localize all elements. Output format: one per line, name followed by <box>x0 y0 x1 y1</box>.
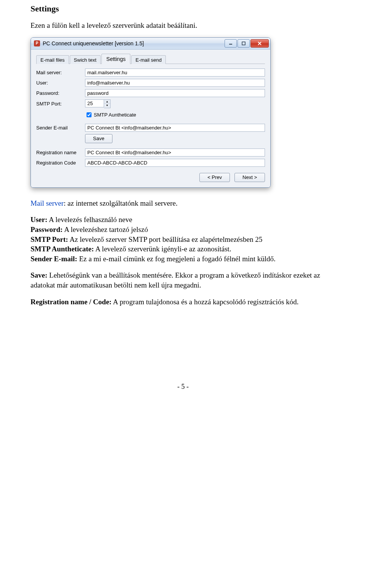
tab-swich-text[interactable]: Swich text <box>70 55 101 64</box>
label-mail-server: Mail server: <box>36 70 85 75</box>
term-mailserver: Mail server <box>30 199 64 207</box>
reg-name-input[interactable] <box>85 149 265 157</box>
user-input[interactable] <box>85 79 265 87</box>
smtp-port-up-button[interactable]: ▲ <box>104 100 110 104</box>
close-button[interactable] <box>250 39 269 48</box>
label-user: User: <box>36 80 85 86</box>
mail-server-input[interactable] <box>85 69 265 77</box>
label-smtp-auth: SMTP Auntheticate <box>94 112 136 118</box>
next-button[interactable]: Next > <box>234 173 265 182</box>
paragraph-save: Save: Lehetőségünk van a beállítások men… <box>30 270 336 290</box>
paragraph-reg: Registration name / Code: A program tula… <box>30 297 336 307</box>
smtp-port-down-button[interactable]: ▼ <box>104 104 110 107</box>
window-title: PC Connect uniquenewsletter [version 1.5… <box>43 40 225 46</box>
section-heading: Settings <box>30 4 336 14</box>
sender-email-input[interactable] <box>85 124 265 132</box>
tab-settings[interactable]: Settings <box>101 54 131 64</box>
app-window: P PC Connect uniquenewsletter [version 1… <box>30 37 271 188</box>
password-input[interactable] <box>85 89 265 97</box>
intro-paragraph: Ezen a fülön kell a levelező szerverünk … <box>30 21 336 30</box>
label-reg-code: Registration Code <box>36 160 85 166</box>
save-button[interactable]: Save <box>85 134 112 143</box>
page-number: - 5 - <box>30 383 336 391</box>
app-window-figure: P PC Connect uniquenewsletter [version 1… <box>30 37 336 188</box>
prev-button[interactable]: < Prev <box>199 173 230 182</box>
minimize-button[interactable] <box>225 39 237 48</box>
paragraph-fields: User: A levelezés felhasználó nevePasswo… <box>30 215 336 264</box>
paragraph-mailserver: Mail server: az internet szolgáltatónk m… <box>30 198 336 208</box>
reg-code-input[interactable] <box>85 159 265 167</box>
tab-email-send[interactable]: E-mail send <box>131 55 166 64</box>
smtp-auth-checkbox[interactable] <box>87 112 92 117</box>
label-password: Password: <box>36 90 85 96</box>
titlebar[interactable]: P PC Connect uniquenewsletter [version 1… <box>31 38 270 50</box>
maximize-button[interactable] <box>238 39 250 48</box>
app-icon: P <box>34 40 40 46</box>
smtp-port-input[interactable] <box>85 99 104 107</box>
label-sender-email: Sender E-mail <box>36 125 85 131</box>
tab-bar: E-mail files Swich text Settings E-mail … <box>36 53 265 64</box>
svg-rect-1 <box>242 42 245 45</box>
label-smtp-port: SMTP Port: <box>36 101 85 107</box>
label-reg-name: Registration name <box>36 150 85 155</box>
tab-email-files[interactable]: E-mail files <box>36 55 69 64</box>
